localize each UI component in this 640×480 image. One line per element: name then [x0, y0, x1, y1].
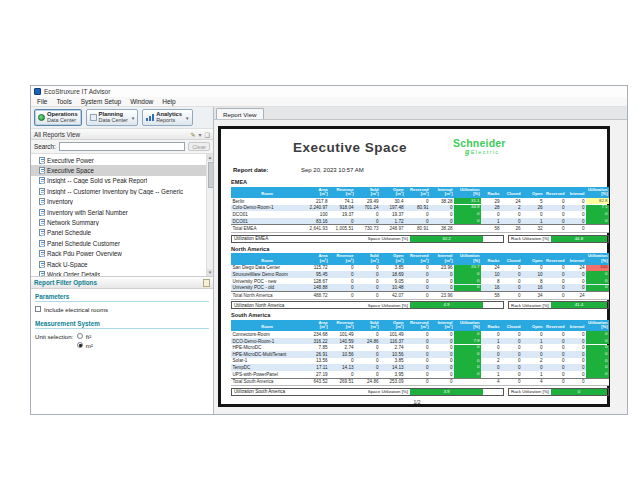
toolbar-button-planning[interactable]: PlanningData Center▾ — [86, 109, 139, 126]
value-cell: 1 — [522, 371, 544, 378]
value-cell: 0 — [501, 344, 522, 351]
table-row: Berlin217.874.129.4930.4038.2831.1292450… — [231, 198, 609, 205]
tree-item-label: Executive Power — [47, 157, 94, 164]
toolbar-button-operations[interactable]: OperationsData Center — [34, 109, 82, 126]
search-row: Search: Clear — [31, 140, 213, 154]
value-cell: 0 — [566, 358, 586, 365]
tree-item-insight-customer-inventory-by-cage-generic[interactable]: Insight -- Customer Inventory by Cage --… — [31, 186, 206, 196]
tree-item-inventory[interactable]: Inventory — [31, 197, 206, 207]
space-utilization-box: Utilization EMEASpace Utilization [%]32.… — [231, 235, 504, 243]
tree-item-insight-cage-sold-vs-peak-report[interactable]: Insight -- Cage Sold vs Peak Report — [31, 176, 206, 186]
report-section-south-america: South AmericaRoomArea[m²]Revenue[m²]Sold… — [231, 312, 603, 396]
page-number: 1/2 — [231, 399, 603, 405]
rack-utilization-cell: 0 — [586, 351, 609, 358]
tree-scrollbar[interactable]: ▲ ▼ — [206, 154, 213, 276]
space-utilization-cell: 31.1 — [454, 198, 481, 205]
utilization-badge: 0 — [586, 278, 609, 284]
column-header: Utilization[%] — [454, 320, 481, 331]
radio-icon[interactable] — [77, 342, 83, 348]
value-cell: 10.48 — [380, 284, 405, 291]
report-filter-options-header[interactable]: Report Filter Options — [31, 277, 213, 289]
tree-item-executive-power[interactable]: Executive Power — [31, 155, 206, 165]
value-cell: 488.72 — [303, 292, 329, 300]
value-cell: 0 — [355, 351, 380, 358]
utilization-badge: 0 — [586, 271, 609, 277]
section-title: North America — [231, 246, 603, 252]
value-cell: 10.56 — [380, 351, 405, 358]
value-cell: 116.37 — [380, 338, 405, 345]
search-input[interactable] — [59, 142, 185, 151]
value-cell: 1 — [481, 338, 501, 345]
include-electrical-rooms-checkbox[interactable] — [35, 306, 41, 312]
tree-item-network-summary[interactable]: Network Summary — [31, 217, 206, 227]
clear-search-button[interactable]: Clear — [188, 142, 210, 151]
scrollbar-thumb[interactable] — [208, 162, 214, 188]
unit-option-m[interactable]: m² — [77, 342, 93, 349]
value-cell: 28 — [481, 205, 501, 212]
radio-icon[interactable] — [77, 333, 83, 339]
tree-item-panel-schedule[interactable]: Panel Schedule — [31, 228, 206, 238]
menu-item-window[interactable]: Window — [130, 98, 153, 105]
utilization-badge: 0 — [454, 358, 481, 364]
rack-utilization-bar: 44.8 — [551, 236, 607, 242]
tree-item-rack-pdu-power-overview[interactable]: Rack Pdu Power Overview — [31, 249, 206, 259]
rack-utilization-cell: 0 — [586, 338, 609, 345]
value-cell — [454, 378, 481, 386]
column-header: Area[m²] — [303, 253, 329, 264]
value-cell: 0 — [566, 278, 586, 285]
space-utilization-cell: 34.9 — [454, 205, 481, 212]
tree-item-executive-space[interactable]: Executive Space — [31, 165, 206, 175]
include-electrical-rooms-option[interactable]: Include electrical rooms — [35, 306, 209, 313]
workspace: OperationsData CenterPlanningData Center… — [31, 107, 627, 414]
value-cell: 0 — [329, 271, 355, 278]
utilization-region-label: Utilization North America — [232, 303, 368, 308]
value-cell: 0 — [566, 364, 586, 371]
menu-item-tools[interactable]: Tools — [56, 98, 71, 105]
tree-item-work-order-details[interactable]: Work Order Details — [31, 269, 206, 276]
tab-report-view[interactable]: Report View — [216, 108, 264, 119]
value-cell: 38.28 — [430, 198, 454, 205]
value-cell: 23.96 — [430, 292, 454, 300]
space-utilization-label: Space Utilization [%] — [368, 236, 410, 241]
room-cell: Solar-1 — [231, 358, 303, 365]
value-cell: 18.69 — [380, 271, 405, 278]
value-cell: 0 — [405, 278, 430, 285]
float-icon[interactable]: ❑ — [205, 131, 210, 138]
unit-option-ft[interactable]: ft² — [77, 333, 93, 340]
value-cell: 0 — [405, 211, 430, 218]
menu-item-file[interactable]: File — [37, 98, 47, 105]
value-cell: 0 — [544, 284, 566, 291]
utilization-badge: 0 — [586, 358, 609, 364]
scroll-down-icon[interactable]: ▼ — [207, 269, 213, 276]
space-utilization-cell: 0 — [454, 371, 481, 378]
report-viewer[interactable]: Executive Space Schneider g Electric Rep… — [214, 120, 627, 414]
value-cell: 0 — [566, 344, 586, 351]
tree-item-rack-u-space[interactable]: Rack U-Space — [31, 259, 206, 269]
value-cell: 0 — [405, 292, 430, 300]
utilization-badge: 0 — [454, 285, 481, 291]
value-cell: 0 — [544, 198, 566, 205]
toolbar-button-analytics[interactable]: AnalyticsReports▾ — [142, 109, 192, 126]
menu-item-system-setup[interactable]: System Setup — [81, 98, 121, 105]
value-cell: 0 — [355, 364, 380, 371]
value-cell: 0 — [355, 344, 380, 351]
collapse-icon[interactable]: ▾ — [199, 131, 202, 138]
scroll-up-icon[interactable]: ▲ — [207, 154, 213, 161]
value-cell: 80.91 — [405, 225, 430, 233]
menu-item-help[interactable]: Help — [162, 98, 175, 105]
column-header: Sold[m²] — [355, 320, 380, 331]
column-header: Open[m²] — [380, 253, 405, 264]
reports-panel-title: All Reports View — [34, 131, 188, 138]
tree-item-panel-schedule-customer[interactable]: Panel Schedule Customer — [31, 238, 206, 248]
toolbar-button-subtitle: Data Center — [99, 118, 128, 124]
value-cell: 1 — [522, 218, 544, 225]
edit-icon[interactable]: ✎ — [191, 131, 196, 138]
value-cell: 8 — [522, 278, 544, 285]
title-bar: EcoStruxure IT Advisor — [31, 86, 627, 97]
value-cell: 0 — [329, 292, 355, 300]
utilization-badge: 0 — [586, 351, 609, 357]
value-cell: 140.59 — [329, 338, 355, 345]
tree-item-inventory-with-serial-number[interactable]: Inventory with Serial Number — [31, 207, 206, 217]
utilization-badge: 0 — [454, 218, 481, 224]
value-cell: 0 — [329, 371, 355, 378]
